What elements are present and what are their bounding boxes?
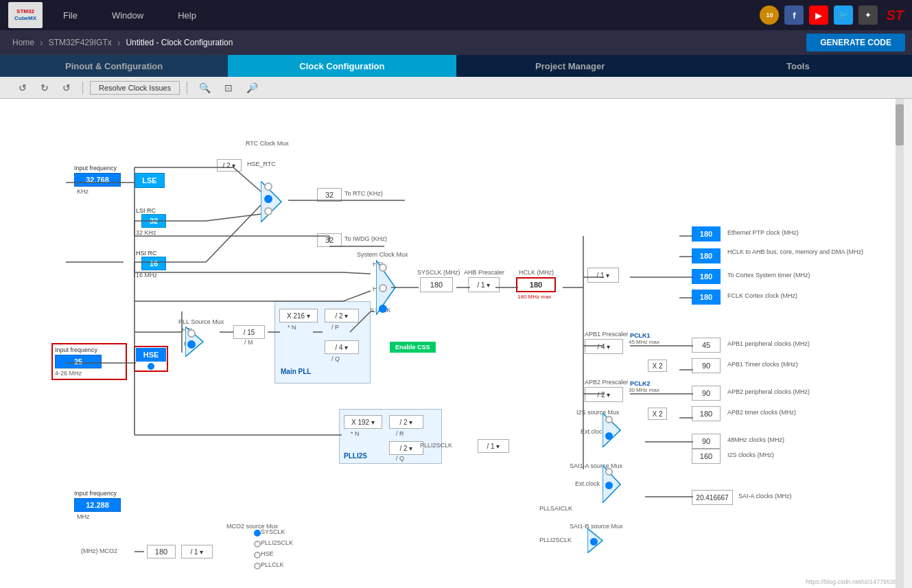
facebook-icon[interactable]: f — [784, 5, 804, 25]
file-menu[interactable]: File — [63, 10, 78, 21]
apb1-timer-value[interactable]: 90 — [692, 358, 721, 373]
input-freq-1-unit: KHz — [77, 188, 89, 195]
pclk2-max: 30 MHz max — [629, 387, 659, 393]
tab-tools[interactable]: Tools — [684, 55, 912, 77]
tab-pinout[interactable]: Pinout & Configuration — [0, 55, 228, 77]
sysclk-value[interactable]: 180 — [420, 277, 453, 292]
plli2s-box: X 192 ▾ * N / 2 ▾ / R / 2 ▾ / Q PLLI2S — [339, 409, 442, 464]
apb2-div-select[interactable]: / 2 ▾ — [585, 387, 623, 402]
mco2-value[interactable]: 180 — [147, 545, 176, 558]
scrollbar[interactable] — [896, 99, 904, 588]
rtc-radio-2[interactable] — [264, 195, 272, 203]
zoom-out-button[interactable]: 🔎 — [242, 80, 263, 95]
hse-box[interactable]: HSE — [134, 346, 168, 372]
input-freq-3-unit: MHz — [77, 513, 90, 520]
x192-select[interactable]: X 192 ▾ — [344, 415, 382, 429]
q2-label: / Q — [396, 455, 404, 462]
sys-radio-hse[interactable] — [379, 284, 387, 292]
help-menu[interactable]: Help — [178, 10, 196, 21]
svg-line-20 — [343, 272, 371, 274]
output-cortex-timer[interactable]: 180 — [692, 269, 721, 284]
hclk-max-label: 180 MHz max — [517, 294, 551, 300]
div2r-select[interactable]: / 2 ▾ — [389, 415, 423, 429]
sai1a-radio-2[interactable] — [605, 482, 613, 489]
apb2-prescaler-label: APB2 Prescaler — [585, 379, 629, 386]
main-pll-label: Main PLL — [281, 368, 311, 375]
i2s-radio-1[interactable] — [605, 416, 613, 423]
ahb-div-select[interactable]: / 1 ▾ — [468, 277, 500, 292]
mco2-radio-4[interactable] — [254, 563, 261, 569]
sai1b-radio-1[interactable] — [590, 538, 598, 545]
app-logo: STM32 CubeMX — [8, 2, 43, 28]
zoom-fit-button[interactable]: ⊡ — [220, 80, 237, 95]
breadcrumb-device[interactable]: STM32F429IGTx — [43, 36, 117, 49]
zoom-in-button[interactable]: 🔍 — [194, 80, 215, 95]
input-freq-2-value[interactable]: 25 — [55, 355, 102, 368]
redo-button[interactable]: ↻ — [36, 80, 54, 95]
q-label: / Q — [331, 355, 340, 362]
hsi-value[interactable]: 16 — [141, 257, 166, 270]
output-ethernet[interactable]: 180 — [692, 226, 721, 242]
div15-select[interactable]: / 15 — [233, 325, 265, 339]
to-rtc-value[interactable]: 32 — [317, 188, 342, 202]
sai1a-radio-1[interactable] — [605, 468, 613, 475]
to-rtc-label: To RTC (KHz) — [344, 190, 383, 197]
input-freq-3-label: Input frequency — [74, 490, 117, 497]
mco2-div-select[interactable]: / 1 ▾ — [181, 545, 213, 558]
refresh-button[interactable]: ↺ — [58, 80, 75, 95]
network-icon[interactable]: ✦ — [858, 5, 878, 25]
mco2-radio-3[interactable] — [254, 552, 261, 558]
resolve-clock-button[interactable]: Resolve Clock Issues — [90, 81, 180, 95]
ext-clock-label1: Ext.clock — [581, 428, 605, 435]
breadcrumb-home[interactable]: Home — [7, 36, 40, 49]
rtc-radio-1[interactable] — [264, 183, 272, 191]
pllsaiclk-label: PLLSAICLK — [539, 505, 572, 512]
pll-radio-hsi[interactable] — [187, 329, 196, 338]
mco2-radio-1[interactable] — [254, 530, 261, 537]
mco2-radio-2[interactable] — [254, 541, 261, 548]
youtube-icon[interactable]: ▶ — [809, 5, 828, 25]
apb2-value[interactable]: 90 — [692, 386, 721, 401]
i2s-radio-2[interactable] — [605, 432, 613, 440]
lse-box[interactable]: LSE — [135, 173, 165, 188]
output-hclk-bus[interactable]: 180 — [692, 248, 721, 263]
sai-a-value[interactable]: 20.416667 — [692, 490, 733, 505]
enable-css-button[interactable]: Enable CSS — [390, 342, 436, 353]
pll-radio-hse[interactable] — [187, 340, 196, 349]
tab-clock[interactable]: Clock Configuration — [228, 55, 456, 77]
apb1-div-select[interactable]: / 4 ▾ — [585, 339, 623, 354]
pll-source-mux-label: PLL Source Mux — [178, 318, 224, 325]
input-freq-1-value[interactable]: 32.768 — [74, 173, 121, 187]
div2p-select[interactable]: / 2 ▾ — [325, 309, 359, 322]
apb2-timer-value[interactable]: 180 — [692, 406, 721, 421]
input-freq-2-container: Input frequency 25 4-26 MHz — [51, 343, 127, 380]
scroll-thumb[interactable] — [896, 104, 904, 145]
div4q-select[interactable]: / 4 ▾ — [325, 340, 359, 354]
apb1-value[interactable]: 45 — [692, 338, 721, 353]
output-fclk-label: FCLK Cortex clock (MHz) — [727, 292, 797, 299]
input-freq-3-value[interactable]: 12.288 — [74, 498, 121, 512]
lsi-value[interactable]: 32 — [141, 214, 166, 228]
to-iwdg-value[interactable]: 32 — [317, 233, 342, 247]
div2q2-select[interactable]: / 2 ▾ — [389, 441, 423, 455]
rtc-radio-3[interactable] — [264, 207, 272, 215]
cortex-div-select[interactable]: / 1 ▾ — [587, 268, 619, 283]
st-logo: ST — [886, 8, 904, 23]
output-apb1-periph-label: APB1 peripheral clocks (MHz) — [727, 340, 810, 347]
i2s-clk-value[interactable]: 160 — [692, 449, 721, 464]
output-48mhz-value[interactable]: 90 — [692, 434, 721, 449]
twitter-icon[interactable]: 🐦 — [834, 5, 853, 25]
sys-radio-hsi[interactable] — [379, 263, 387, 272]
rtc-div2[interactable]: / 2 ▾ — [217, 159, 242, 172]
undo-button[interactable]: ↺ — [14, 80, 32, 95]
ext-clock-label2: Ext.clock — [575, 480, 600, 487]
hclk-value[interactable]: 180 — [516, 277, 556, 292]
sys-radio-pll[interactable] — [379, 305, 387, 313]
generate-code-button[interactable]: GENERATE CODE — [806, 34, 905, 51]
plli2s-div1-select[interactable]: / 1 ▾ — [478, 439, 509, 453]
tab-project[interactable]: Project Manager — [456, 55, 684, 77]
window-menu[interactable]: Window — [112, 10, 143, 21]
x216-select[interactable]: X 216 ▾ — [279, 309, 318, 322]
hse-selected-radio[interactable] — [136, 363, 166, 370]
output-fclk[interactable]: 180 — [692, 290, 721, 305]
